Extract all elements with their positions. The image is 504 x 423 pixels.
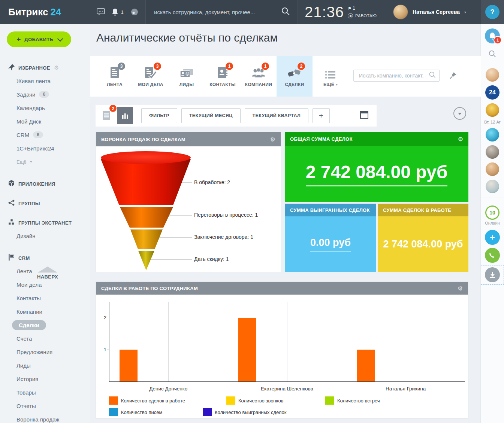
chat-avatar[interactable]	[486, 145, 499, 159]
help-area: ?	[481, 0, 504, 24]
gridline	[406, 302, 406, 381]
bell-icon[interactable]	[112, 8, 118, 16]
sidebar-item[interactable]: Воронка продаж	[8, 413, 90, 423]
legend-item: Количество писем	[109, 408, 162, 416]
help-button[interactable]: ?	[485, 5, 500, 19]
gear-icon[interactable]: ⚙	[270, 136, 275, 143]
sidebar-item[interactable]: Ещё▾	[8, 155, 90, 168]
pin-icon[interactable]	[449, 72, 457, 81]
tab-kontakty[interactable]: 1КОНТАКТЫ	[205, 56, 241, 97]
top-bar: Битрикс 24 1 21:36 ⚑1 РАБОТАЮ Наталья Се…	[0, 0, 504, 24]
bar[interactable]	[238, 318, 256, 381]
section-label: ГРУППЫ ЭКСТРАНЕТ	[18, 220, 72, 226]
add-filter-button[interactable]: +	[313, 108, 330, 123]
main-content: Аналитические отчёты по сделкам 3ЛЕНТА3М…	[90, 24, 481, 423]
sidebar-item[interactable]: Предложения	[8, 345, 90, 359]
sidebar-section-header[interactable]: CRM	[8, 254, 90, 262]
funnel-stage-label: В обработке: 2	[194, 179, 230, 185]
chart-view-toggle[interactable]	[117, 107, 133, 124]
sdelki-icon: 2	[287, 66, 302, 79]
filter-button[interactable]: ТЕКУЩИЙ МЕСЯЦ	[181, 108, 241, 123]
sidebar-item-label: История	[16, 376, 38, 382]
deals-by-employee-widget: СДЕЛКИ В РАБОТЕ ПО СОТРУДНИКАМ ⚙ 12Денис…	[96, 282, 468, 419]
sidebar-item[interactable]: Сделки	[8, 318, 90, 332]
total-sum-value[interactable]: 2 742 084.00 руб	[306, 162, 448, 186]
sidebar-item[interactable]: Мои дела	[8, 278, 90, 291]
gear-icon[interactable]: ⚙	[458, 136, 463, 143]
sidebar-item[interactable]: Дизайн	[8, 229, 90, 243]
call-button[interactable]	[485, 248, 500, 263]
add-button[interactable]: + ДОБАВИТЬ	[7, 31, 71, 47]
sidebar-item[interactable]: Мой Диск	[8, 115, 90, 128]
sidebar-item[interactable]: Счета	[8, 332, 90, 345]
tab-lenta[interactable]: 3ЛЕНТА	[97, 56, 133, 97]
search-icon[interactable]	[429, 71, 436, 80]
time-manager[interactable]: 21:36 ⚑1 РАБОТАЮ	[298, 0, 378, 24]
bitrix24-chat-badge[interactable]: 24	[485, 85, 500, 100]
filter-button[interactable]: ТЕКУЩИЙ КВАРТАЛ	[245, 108, 308, 123]
sidebar-item[interactable]: Товары	[8, 386, 90, 399]
tab-sdelki[interactable]: 2СДЕЛКИ	[277, 56, 313, 97]
chat-icon[interactable]	[97, 8, 105, 16]
tab-more[interactable]: ЕЩЁ ▾	[313, 56, 348, 97]
user-avatar[interactable]	[393, 4, 408, 19]
widget-title: СУММА СДЕЛОК В РАБОТЕ	[383, 207, 451, 213]
sidebar-item-label: Мои дела	[16, 282, 42, 288]
back-to-top-button[interactable]: НАВЕРХ	[34, 267, 61, 280]
sidebar-section-header[interactable]: ПРИЛОЖЕНИЯ	[8, 180, 90, 188]
global-search-input[interactable]	[153, 9, 281, 16]
x-axis	[109, 381, 465, 382]
tab-dela[interactable]: 3МОИ ДЕЛА	[133, 56, 169, 97]
bar[interactable]	[357, 350, 375, 381]
stop-icon[interactable]	[348, 13, 353, 18]
chat-avatar[interactable]	[486, 162, 499, 176]
sidebar-item-label: Календарь	[16, 105, 45, 111]
user-menu[interactable]: Наталья Сергеева ▾	[378, 0, 481, 24]
funnel-stage-label: Дать скидку: 1	[194, 256, 229, 262]
layout-icon[interactable]	[360, 111, 368, 120]
sidebar-item[interactable]: Отчеты	[8, 399, 90, 413]
tab-kompanii[interactable]: 1КОМПАНИИ	[241, 56, 277, 97]
legend-swatch	[109, 408, 118, 416]
collapse-report-button[interactable]	[453, 107, 466, 120]
chat-avatar[interactable]	[486, 68, 499, 82]
sidebar-section-header[interactable]: ИЗБРАННОЕ⚙	[8, 64, 90, 72]
bar[interactable]	[120, 350, 138, 381]
sidebar-item[interactable]: Календарь	[8, 101, 90, 115]
sidebar-item[interactable]: История	[8, 372, 90, 386]
cloud-icon[interactable]	[130, 8, 139, 16]
sidebar-item[interactable]: Задачи6	[8, 88, 90, 101]
sidebar-item[interactable]: 1С+Битрикс24	[8, 141, 90, 155]
online-counter[interactable]: 10	[485, 206, 500, 220]
search-icon[interactable]	[488, 50, 497, 60]
section-label: ИЗБРАННОЕ	[18, 65, 50, 71]
download-app-button[interactable]	[485, 267, 500, 282]
sidebar-section: ИЗБРАННОЕ⚙Живая лентаЗадачи6КалендарьМой…	[8, 64, 90, 168]
flag-count: 1	[353, 6, 355, 11]
chat-avatar[interactable]	[486, 180, 499, 193]
sidebar-item[interactable]: Лиды	[8, 359, 90, 372]
sidebar-item[interactable]: Контакты	[8, 291, 90, 305]
sidebar-section-header[interactable]: ГРУППЫ ЭКСТРАНЕТ	[8, 219, 90, 227]
notifications-button[interactable]: 1	[485, 28, 500, 43]
deals-by-employee-header: СДЕЛКИ В РАБОТЕ ПО СОТРУДНИКАМ ⚙	[96, 282, 468, 295]
filter-button[interactable]: ФИЛЬТР	[141, 108, 177, 123]
gear-icon[interactable]: ⚙	[54, 64, 59, 71]
search-icon[interactable]	[281, 7, 290, 17]
sidebar-section-header[interactable]: ГРУППЫ	[8, 199, 90, 207]
gear-icon[interactable]: ⚙	[458, 285, 463, 292]
chat-avatar[interactable]	[486, 128, 499, 141]
app-logo[interactable]: Битрикс 24	[0, 0, 90, 24]
list-view-toggle[interactable]: 2	[99, 107, 114, 124]
invite-button[interactable]: +	[485, 230, 500, 245]
sidebar-item[interactable]: Компании	[8, 305, 90, 318]
sidebar-item[interactable]: Живая лента	[8, 74, 90, 88]
sidebar-item[interactable]: CRM6	[8, 128, 90, 141]
gridline	[287, 302, 287, 381]
tab-lidy[interactable]: @ЛИДЫ	[169, 56, 205, 97]
pin-icon	[8, 64, 15, 72]
chevron-down-icon	[458, 113, 462, 115]
crm-search-input[interactable]	[358, 72, 429, 79]
won-sum-value[interactable]: 0.00 руб	[310, 237, 351, 252]
chat-avatar[interactable]	[486, 103, 499, 117]
